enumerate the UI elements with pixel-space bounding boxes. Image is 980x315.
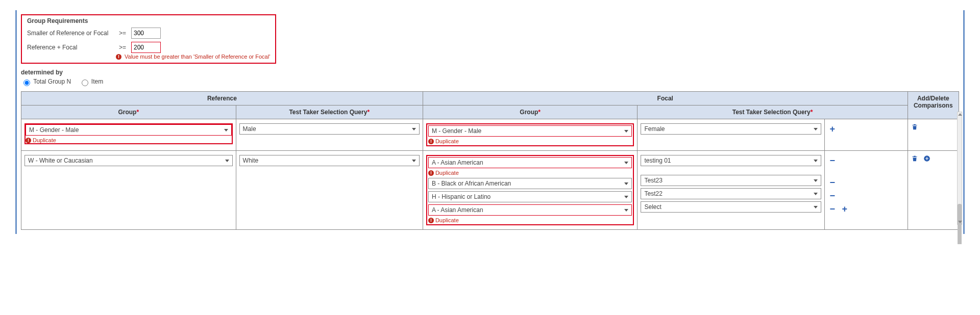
add-focal-button[interactable]: + xyxy=(840,204,849,214)
header-adddel: Add/Delete Comparisons xyxy=(908,92,959,119)
remove-focal-button[interactable]: − xyxy=(828,178,837,187)
header-ref-query: Test Taker Selection Query* xyxy=(236,106,423,119)
comparisons-table: Reference Focal Add/Delete Comparisons G… xyxy=(21,91,959,230)
group-requirements-panel: Group Requirements Smaller of Reference … xyxy=(21,14,276,64)
radio-item[interactable] xyxy=(82,80,88,86)
error-text: Duplicate xyxy=(435,217,459,223)
scroll-thumb[interactable] xyxy=(958,204,962,244)
header-foc-group: Group* xyxy=(423,106,638,119)
reference-query-dropdown[interactable]: White xyxy=(239,155,420,166)
smaller-input[interactable] xyxy=(131,28,161,39)
error-text: Duplicate xyxy=(33,137,56,143)
error-text: Duplicate xyxy=(435,170,459,176)
group-requirements-legend: Group Requirements xyxy=(27,17,89,24)
add-focal-button[interactable]: + xyxy=(828,124,837,134)
focal-query-dropdown[interactable]: Test22 xyxy=(641,188,821,199)
remove-focal-button[interactable]: − xyxy=(828,191,837,200)
header-ref-group: Group* xyxy=(21,106,236,119)
table-row: W - White or CaucasianWhiteA - Asian Ame… xyxy=(21,151,959,230)
error-icon xyxy=(428,169,435,176)
scroll-up-icon[interactable] xyxy=(958,113,962,116)
focal-group-dropdown[interactable]: B - Black or African American xyxy=(428,178,632,189)
reference-query-dropdown[interactable]: Male xyxy=(239,123,420,135)
header-reference: Reference xyxy=(21,92,423,106)
focal-query-dropdown[interactable]: Select xyxy=(641,201,821,213)
error-icon xyxy=(116,53,123,60)
focal-group-dropdown[interactable]: A - Asian American xyxy=(428,204,632,216)
header-focal: Focal xyxy=(423,92,908,106)
reference-group-dropdown[interactable]: M - Gender - Male xyxy=(26,124,232,136)
vertical-scrollbar[interactable] xyxy=(957,112,962,225)
focal-group-dropdown[interactable]: M - Gender - Male xyxy=(428,125,632,137)
focal-query-dropdown[interactable]: Test23 xyxy=(641,175,821,186)
sum-label: Reference + Focal xyxy=(27,44,119,51)
table-row: M - Gender - MaleDuplicateMaleM - Gender… xyxy=(21,119,959,151)
scroll-down-icon[interactable] xyxy=(958,221,962,223)
error-icon xyxy=(428,138,435,144)
radio-total-label[interactable]: Total Group N xyxy=(21,78,73,85)
reference-group-dropdown[interactable]: W - White or Caucasian xyxy=(24,155,233,166)
focal-group-dropdown[interactable]: H - Hispanic or Latino xyxy=(428,191,632,202)
op-ge-2: >= xyxy=(119,44,131,51)
header-foc-query: Test Taker Selection Query* xyxy=(638,106,908,119)
remove-focal-button[interactable]: − xyxy=(828,204,837,214)
sum-error-text: Value must be greater than 'Smaller of R… xyxy=(125,54,270,60)
sum-error-message: Value must be greater than 'Smaller of R… xyxy=(116,53,270,60)
error-icon xyxy=(26,137,33,143)
sum-input[interactable] xyxy=(131,42,161,53)
error-icon xyxy=(428,217,435,223)
determined-by-radio-group: Total Group N Item xyxy=(21,78,959,86)
add-comparison-button[interactable] xyxy=(923,155,930,164)
radio-total[interactable] xyxy=(23,80,30,86)
determined-by-label: determined by xyxy=(21,69,959,76)
focal-query-dropdown[interactable]: testing 01 xyxy=(641,155,821,166)
radio-item-label[interactable]: Item xyxy=(79,78,104,85)
remove-focal-button[interactable]: − xyxy=(828,156,837,165)
focal-query-dropdown[interactable]: Female xyxy=(641,123,821,135)
focal-group-dropdown[interactable]: A - Asian American xyxy=(428,157,632,168)
smaller-label: Smaller of Reference or Focal xyxy=(27,30,119,37)
delete-comparison-button[interactable] xyxy=(911,155,919,164)
op-ge-1: >= xyxy=(119,30,131,37)
error-text: Duplicate xyxy=(435,138,459,144)
delete-comparison-button[interactable] xyxy=(911,123,919,132)
